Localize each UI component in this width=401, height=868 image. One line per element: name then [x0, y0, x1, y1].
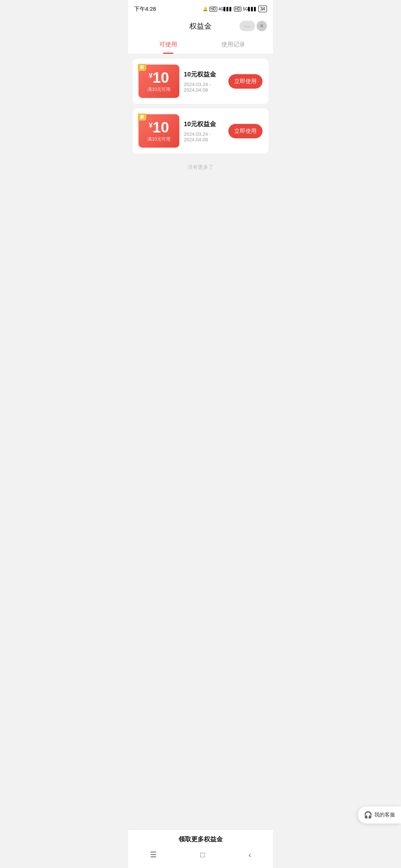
coupon-card-2: 新 ¥10 满10元可用 10元权益金 2024.03.24 - 2024.04… [133, 108, 268, 154]
bell-icon: 🔔 [203, 7, 208, 11]
hd-badge-2: HD [234, 7, 241, 11]
coupon-condition-2: 满10元可用 [147, 136, 170, 142]
coupon-card-1: 新 ¥10 满10元可用 10元权益金 2024.03.24 - 2024.04… [133, 59, 268, 104]
use-button-1[interactable]: 立即使用 [228, 74, 263, 89]
coupon-info-2: 10元权益金 2024.03.24 - 2024.04.08 [179, 120, 228, 142]
signal-4g: 4G▋▋▋ [219, 7, 232, 11]
more-button[interactable]: ··· [239, 21, 255, 31]
use-button-2[interactable]: 立即使用 [228, 124, 263, 138]
battery-icon: 34 [258, 6, 267, 12]
page-title: 权益金 [189, 21, 212, 31]
new-badge-1: 新 [138, 64, 146, 71]
no-more-label: 没有更多了 [133, 158, 268, 178]
amount-prefix-2: ¥ [149, 122, 153, 129]
signal-5g: 5G▋▋▋ [243, 7, 257, 11]
tab-available[interactable]: 可使用 [136, 36, 200, 54]
coupon-condition-1: 满10元可用 [147, 86, 170, 93]
coupon-amount-1: ¥10 [149, 70, 169, 85]
coupon-date-1: 2024.03.24 - 2024.04.08 [184, 82, 224, 93]
new-badge-2: 新 [138, 114, 146, 121]
status-time: 下午4:28 [134, 6, 156, 13]
dots-icon: ··· [244, 23, 251, 29]
header-actions: ··· × [239, 21, 267, 31]
status-icons: 🔔 HD 4G▋▋▋ HD 5G▋▋▋ 34 [203, 6, 267, 12]
coupon-amount-2: ¥10 [149, 120, 169, 135]
coupon-name-1: 10元权益金 [184, 70, 224, 79]
page-header: 权益金 ··· × [128, 16, 273, 36]
amount-prefix-1: ¥ [149, 72, 153, 79]
status-bar: 下午4:28 🔔 HD 4G▋▋▋ HD 5G▋▋▋ 34 [128, 0, 273, 16]
coupon-info-1: 10元权益金 2024.03.24 - 2024.04.08 [179, 70, 228, 93]
coupon-visual-1: 新 ¥10 满10元可用 [138, 65, 179, 98]
content-area: 新 ¥10 满10元可用 10元权益金 2024.03.24 - 2024.04… [128, 54, 273, 277]
coupon-date-2: 2024.03.24 - 2024.04.08 [184, 131, 224, 142]
hd-badge: HD [209, 7, 217, 11]
close-button[interactable]: × [257, 21, 267, 31]
coupon-name-2: 10元权益金 [184, 120, 224, 128]
coupon-visual-2: 新 ¥10 满10元可用 [138, 114, 179, 148]
tab-history[interactable]: 使用记录 [200, 36, 265, 54]
tab-bar: 可使用 使用记录 [128, 36, 273, 54]
